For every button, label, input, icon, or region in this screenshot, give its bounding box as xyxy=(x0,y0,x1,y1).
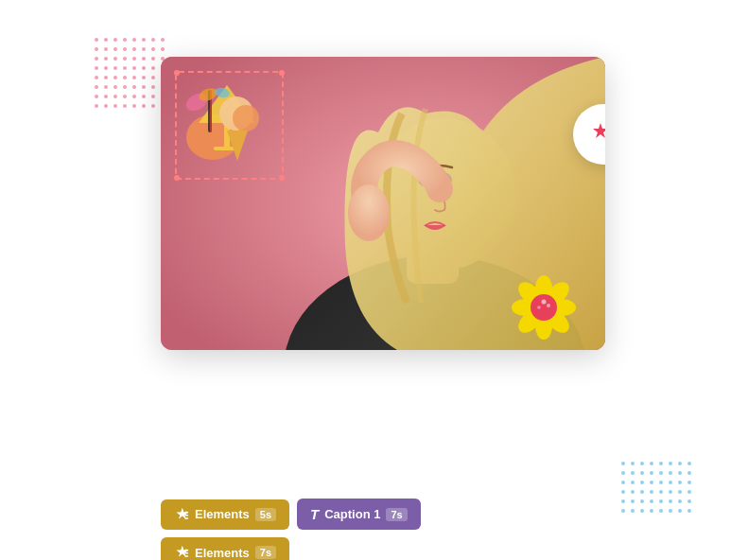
selection-handle-br[interactable] xyxy=(279,175,285,181)
sticker-food xyxy=(180,76,274,170)
caption-label: Caption 1 xyxy=(324,507,380,521)
selection-handle-bl[interactable] xyxy=(174,175,180,181)
svg-marker-40 xyxy=(176,546,188,557)
timeline-row-1: Elements 5s T Caption 1 7s xyxy=(161,499,421,530)
selection-handle-tr[interactable] xyxy=(279,70,285,76)
svg-marker-32 xyxy=(593,123,605,138)
svg-rect-43 xyxy=(184,555,188,557)
elements-label-1: Elements xyxy=(195,507,250,521)
video-card xyxy=(161,57,605,350)
svg-rect-42 xyxy=(184,552,188,554)
svg-point-31 xyxy=(537,306,541,309)
star-list-icon-small-1 xyxy=(174,507,189,522)
svg-point-28 xyxy=(531,294,557,321)
sticker-flower xyxy=(511,274,577,341)
elements-track-2[interactable]: Elements 7s xyxy=(161,537,289,560)
main-container: Elements 5s T Caption 1 7s xyxy=(104,57,634,454)
star-icon-1 xyxy=(174,507,189,522)
svg-rect-41 xyxy=(184,550,188,551)
svg-marker-36 xyxy=(176,507,188,518)
elements-track-1[interactable]: Elements 5s xyxy=(161,499,289,530)
elements-duration-1: 5s xyxy=(255,508,276,521)
caption-track[interactable]: T Caption 1 7s xyxy=(297,499,421,530)
star-list-icon xyxy=(586,117,605,151)
elements-label-2: Elements xyxy=(195,546,250,560)
flower-svg xyxy=(511,274,577,341)
svg-point-13 xyxy=(233,105,259,131)
svg-rect-38 xyxy=(184,515,188,516)
timeline-row-2: Elements 7s xyxy=(161,537,421,560)
star-list-icon-small-2 xyxy=(174,545,189,560)
svg-rect-39 xyxy=(184,517,188,519)
svg-point-7 xyxy=(348,184,390,241)
caption-T-icon: T xyxy=(310,506,319,522)
timeline-area: Elements 5s T Caption 1 7s xyxy=(161,499,421,560)
svg-point-30 xyxy=(547,304,550,307)
elements-duration-2: 7s xyxy=(255,546,276,559)
star-icon-2 xyxy=(174,545,189,560)
svg-rect-37 xyxy=(184,511,188,513)
caption-duration: 7s xyxy=(386,508,407,521)
dot-grid-blue xyxy=(621,462,691,513)
ice-cream-svg xyxy=(180,76,274,170)
svg-point-29 xyxy=(542,300,547,305)
